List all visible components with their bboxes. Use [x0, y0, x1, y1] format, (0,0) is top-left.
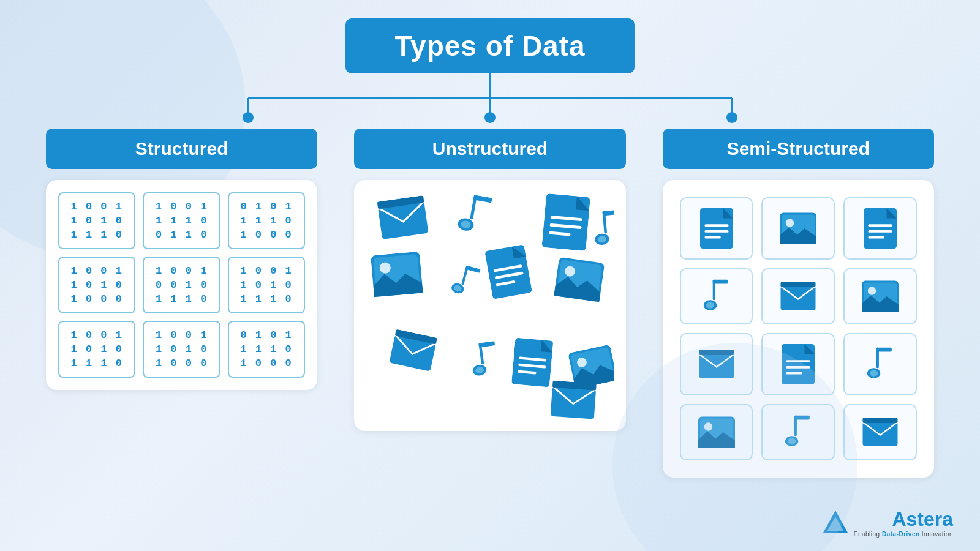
semi-cell-music1 [680, 268, 753, 324]
svg-rect-61 [869, 236, 884, 239]
svg-rect-59 [869, 224, 892, 227]
svg-rect-29 [485, 244, 533, 299]
svg-rect-60 [869, 230, 892, 233]
binary-cell: 1 0 0 1 1 0 1 0 1 0 0 0 [143, 321, 220, 378]
svg-rect-81 [698, 417, 735, 448]
image-icon [371, 252, 423, 300]
svg-rect-78 [876, 348, 892, 352]
svg-rect-74 [786, 360, 810, 362]
document-icon-3 [511, 337, 554, 389]
semi-cell-env3 [843, 404, 917, 460]
semi-cell-env1 [761, 268, 835, 324]
semi-cell-img2 [843, 268, 917, 324]
svg-point-57 [786, 219, 794, 227]
image-icon-2 [554, 257, 605, 305]
semi-cell-doc2 [843, 197, 917, 260]
envelope-icon [376, 195, 431, 243]
svg-rect-39 [479, 341, 496, 348]
svg-rect-82 [700, 419, 733, 446]
semi-cell-img1 [761, 197, 835, 260]
document-icon [541, 193, 590, 253]
svg-rect-89 [863, 418, 898, 423]
svg-rect-54 [704, 236, 720, 239]
semi-structured-grid [675, 192, 922, 465]
svg-point-80 [870, 370, 878, 377]
svg-rect-85 [794, 416, 810, 420]
binary-cell: 1 0 0 1 0 0 1 0 1 1 1 0 [143, 257, 220, 313]
semi-cell-doc3 [761, 333, 835, 395]
svg-point-65 [706, 302, 714, 309]
semi-structured-header: Semi-Structured [663, 129, 934, 169]
unstructured-card [354, 180, 625, 431]
astera-name: Astera [892, 508, 953, 531]
svg-rect-84 [794, 416, 797, 436]
svg-point-7 [726, 112, 737, 123]
semi-cell-music2 [843, 333, 917, 395]
structured-card: 1 0 0 1 1 0 1 0 1 1 1 0 1 0 0 1 1 1 1 0 … [46, 180, 317, 390]
semi-cell-env2 [680, 333, 753, 395]
svg-rect-26 [466, 265, 481, 272]
svg-rect-53 [704, 230, 728, 233]
svg-point-87 [788, 438, 796, 444]
svg-rect-19 [603, 210, 614, 216]
envelope-icon-2 [388, 329, 439, 375]
svg-rect-14 [542, 193, 590, 251]
astera-logo-text: Astera Enabling Data-Driven Innovation [854, 508, 953, 538]
astera-tagline: Enabling Data-Driven Innovation [854, 531, 953, 538]
envelope-icon-3 [549, 380, 598, 419]
binary-cell: 0 1 0 1 1 1 1 0 1 0 0 0 [228, 321, 305, 378]
unstructured-column: Unstructured [354, 129, 625, 431]
svg-point-70 [868, 287, 876, 295]
binary-cell: 1 0 0 1 1 0 1 0 1 1 1 0 [58, 192, 135, 249]
svg-rect-75 [786, 366, 810, 369]
page-title: Types of Data [345, 18, 634, 73]
columns-container: Structured 1 0 0 1 1 0 1 0 1 1 1 0 1 0 0… [46, 129, 934, 533]
structured-header: Structured [46, 129, 317, 169]
structured-column: Structured 1 0 0 1 1 0 1 0 1 1 1 0 1 0 0… [46, 129, 317, 390]
unstructured-header: Unstructured [354, 129, 625, 169]
semi-cell-doc1 [680, 197, 753, 260]
music-icon-2 [592, 209, 614, 251]
main-container: Types of Data Structured [0, 0, 980, 551]
binary-cell: 1 0 0 1 1 1 1 0 0 1 1 0 [143, 192, 220, 249]
structured-grid: 1 0 0 1 1 0 1 0 1 1 1 0 1 0 0 1 1 1 1 0 … [58, 192, 305, 378]
binary-cell: 1 0 0 1 1 0 1 0 1 0 0 0 [58, 257, 135, 313]
semi-structured-column: Semi-Structured [663, 129, 934, 478]
svg-point-5 [243, 112, 254, 123]
music-icon [455, 193, 496, 241]
svg-rect-52 [704, 224, 728, 227]
svg-point-83 [704, 422, 712, 431]
document-icon-2 [485, 244, 533, 302]
svg-rect-76 [786, 372, 802, 375]
unstructured-area [366, 192, 613, 419]
semi-structured-card [663, 180, 934, 478]
binary-cell: 0 1 0 1 1 1 1 0 1 0 0 0 [228, 192, 305, 249]
svg-rect-63 [712, 280, 728, 284]
svg-marker-91 [827, 517, 844, 531]
svg-point-86 [785, 436, 799, 446]
music-icon-3 [448, 263, 483, 302]
tree-connector [153, 73, 827, 129]
svg-marker-90 [823, 511, 848, 533]
svg-rect-67 [781, 282, 816, 287]
svg-rect-72 [699, 350, 734, 355]
binary-cell: 1 0 0 1 1 0 1 0 1 1 1 0 [58, 321, 135, 378]
semi-cell-img3 [680, 404, 753, 460]
music-icon-4 [468, 340, 502, 382]
svg-rect-11 [473, 195, 492, 203]
astera-logo: Astera Enabling Data-Driven Innovation [822, 508, 953, 538]
astera-logomark [822, 509, 849, 536]
binary-cell: 1 0 0 1 1 0 1 0 1 1 1 0 [228, 257, 305, 313]
semi-cell-music3 [761, 404, 835, 460]
svg-rect-71 [699, 354, 734, 378]
svg-rect-42 [511, 338, 553, 388]
svg-point-6 [484, 112, 496, 123]
